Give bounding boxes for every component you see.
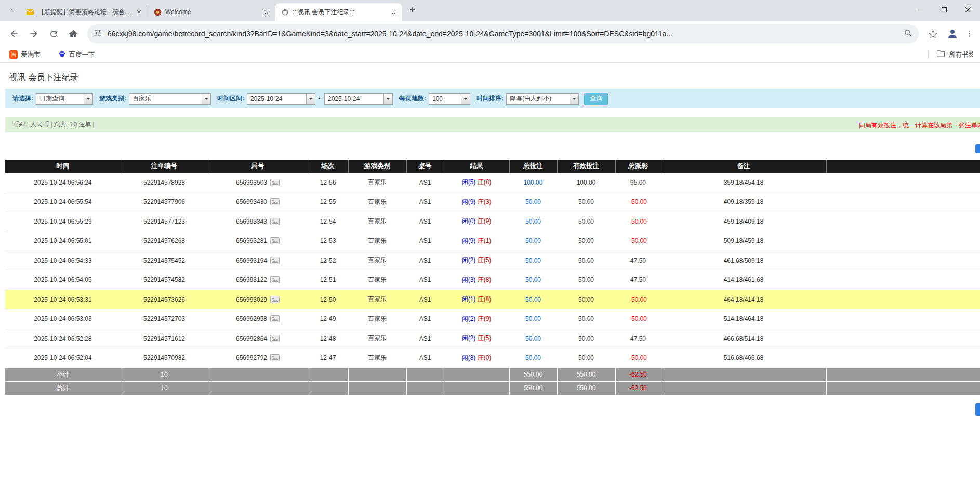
cell-total-bet-link[interactable]: 100.00	[509, 173, 557, 192]
close-button[interactable]	[956, 0, 980, 20]
column-header-extra	[826, 160, 980, 173]
cell-time: 2025-10-24 06:54:05	[5, 270, 121, 290]
footer-empty-remark	[661, 381, 826, 395]
round-result-image-icon[interactable]	[270, 257, 280, 264]
cell-extra	[826, 270, 980, 290]
cell-total-bet-link[interactable]: 50.00	[509, 348, 557, 368]
bookmark-baidu[interactable]: 百度一下	[56, 48, 97, 61]
table-footer-row: 总计10550.00550.00-62.50	[5, 381, 980, 395]
minimize-button[interactable]	[908, 0, 932, 20]
tab-bet-records[interactable]: :::视讯 会员下注纪录:::	[275, 3, 402, 21]
date-start-select[interactable]: 2025-10-24	[247, 93, 315, 105]
cell-total-bet-link[interactable]: 50.00	[509, 309, 557, 329]
folder-icon	[936, 49, 945, 60]
new-tab-button[interactable]	[405, 4, 419, 17]
maximize-button[interactable]	[932, 0, 956, 20]
result-player: 闲(0)	[462, 217, 476, 225]
date-end-value: 2025-10-24	[325, 94, 383, 104]
cell-game-type: 百家乐	[348, 212, 406, 231]
cell-remark: 409.18/359.18	[661, 192, 826, 212]
footer-empty-remark	[661, 368, 826, 381]
cell-time: 2025-10-24 06:52:28	[5, 329, 121, 348]
cell-total-bet-link[interactable]: 50.00	[509, 231, 557, 251]
round-result-image-icon[interactable]	[270, 296, 280, 303]
footer-empty-table	[406, 368, 444, 381]
round-result-image-icon[interactable]	[270, 315, 280, 322]
cell-total-bet-link[interactable]: 50.00	[509, 192, 557, 212]
table-footer: 小计10550.00550.00-62.50总计10550.00550.00-6…	[5, 368, 980, 395]
cell-result: 闲(1) 庄(8)	[444, 290, 509, 309]
cell-total-bet-link[interactable]: 50.00	[509, 290, 557, 309]
page-size-select[interactable]: 100	[429, 93, 470, 105]
cell-valid-bet: 50.00	[557, 290, 615, 309]
tab-close-icon[interactable]	[135, 8, 143, 17]
tab-close-icon[interactable]	[389, 8, 398, 17]
site-settings-icon[interactable]	[94, 29, 102, 40]
cell-total-bet-link[interactable]: 50.00	[509, 329, 557, 348]
cell-total-bet-link[interactable]: 50.00	[509, 270, 557, 290]
chevron-down-icon	[570, 94, 578, 104]
cell-bet-id: 522914577906	[121, 192, 208, 212]
cell-bet-id: 522914577123	[121, 212, 208, 231]
round-result-image-icon[interactable]	[270, 276, 280, 283]
bookmark-star-icon[interactable]	[924, 25, 942, 43]
round-result-image-icon[interactable]	[270, 335, 280, 342]
footer-valid-bet: 550.00	[557, 381, 615, 395]
round-result-image-icon[interactable]	[270, 179, 280, 186]
column-header: 注单编号	[121, 160, 208, 173]
address-bar[interactable]: 66cxkj98.com/game/betrecord_search/kind3…	[87, 24, 919, 43]
query-type-select[interactable]: 日期查询	[36, 93, 93, 105]
sort-select[interactable]: 降幂(由大到小)	[506, 93, 579, 105]
profile-avatar[interactable]	[945, 26, 960, 42]
tab-title: Welcome	[165, 8, 258, 16]
menu-icon[interactable]	[963, 25, 975, 43]
bookmark-taobao[interactable]: 淘 爱淘宝	[7, 48, 43, 61]
back-button[interactable]	[5, 25, 23, 43]
cell-total-bet-link[interactable]: 50.00	[509, 212, 557, 231]
cell-session: 12-48	[308, 329, 348, 348]
round-result-image-icon[interactable]	[270, 198, 280, 205]
search-button[interactable]: 查询	[584, 93, 608, 105]
footer-empty-table	[406, 381, 444, 395]
cell-remark: 514.18/464.18	[661, 309, 826, 329]
round-result-image-icon[interactable]	[270, 218, 280, 225]
zoom-icon[interactable]	[904, 29, 912, 40]
all-bookmarks[interactable]: 所有书签	[928, 49, 973, 60]
home-button[interactable]	[64, 25, 82, 43]
floating-button-fragment-bottom[interactable]	[975, 403, 980, 416]
cell-table-no: AS1	[406, 231, 444, 251]
cell-round-id: 656992864	[208, 329, 308, 348]
bet-record-row: 2025-10-24 06:56:24522914578928656993503…	[5, 173, 980, 192]
column-header: 场次	[308, 160, 348, 173]
tab-close-icon[interactable]	[262, 8, 271, 17]
tab-forum[interactable]: 【新提醒】海燕策略论坛 - 综合...	[21, 3, 148, 21]
tab-welcome[interactable]: Welcome	[148, 3, 275, 21]
tab-list-chevron-button[interactable]	[5, 4, 19, 17]
date-separator: ~	[318, 95, 322, 102]
footer-label: 总计	[5, 381, 121, 395]
cell-game-type: 百家乐	[348, 173, 406, 192]
cell-time: 2025-10-24 06:54:33	[5, 251, 121, 270]
floating-button-fragment-top[interactable]	[975, 144, 980, 153]
tab-title: :::视讯 会员下注纪录:::	[293, 8, 386, 17]
page-content: 视讯 会员下注纪录 请选择: 日期查询 游戏类别: 百家乐 时间区间: 2025…	[0, 63, 980, 503]
round-result-image-icon[interactable]	[270, 354, 280, 361]
reload-button[interactable]	[45, 25, 62, 43]
round-id: 656993194	[236, 257, 267, 264]
round-result-image-icon[interactable]	[270, 237, 280, 244]
footer-total-bet: 550.00	[509, 381, 557, 395]
cell-round-id: 656993194	[208, 251, 308, 270]
cell-payout: -50.00	[615, 212, 661, 231]
cell-remark: 466.68/514.18	[661, 329, 826, 348]
cell-extra	[826, 192, 980, 212]
cell-table-no: AS1	[406, 348, 444, 368]
footer-empty-round	[208, 381, 308, 395]
date-end-select[interactable]: 2025-10-24	[324, 93, 393, 105]
game-type-select[interactable]: 百家乐	[129, 93, 211, 105]
footer-count: 10	[121, 381, 208, 395]
cell-valid-bet: 50.00	[557, 309, 615, 329]
url-text: 66cxkj98.com/game/betrecord_search/kind3…	[108, 30, 898, 38]
cell-game-type: 百家乐	[348, 270, 406, 290]
forward-button[interactable]	[25, 25, 43, 43]
cell-total-bet-link[interactable]: 50.00	[509, 251, 557, 270]
